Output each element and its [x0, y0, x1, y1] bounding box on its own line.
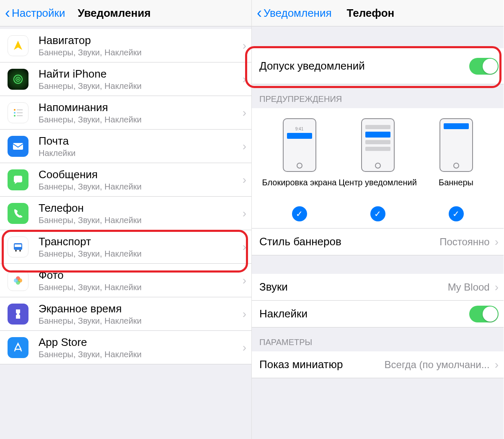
app-name: Транспорт — [39, 235, 243, 248]
app-sub: Баннеры, Звуки, Наклейки — [39, 316, 243, 326]
svg-point-12 — [15, 250, 17, 252]
app-sub: Баннеры, Звуки, Наклейки — [39, 48, 243, 57]
app-name: Найти iPhone — [39, 68, 243, 81]
app-row-phone[interactable]: Телефон Баннеры, Звуки, Наклейки › — [0, 197, 251, 230]
chevron-left-icon: ‹ — [5, 5, 10, 21]
findiphone-icon — [8, 69, 28, 90]
svg-point-17 — [14, 278, 18, 283]
svg-rect-7 — [17, 112, 23, 113]
back-button[interactable]: ‹ Уведомления — [257, 5, 332, 21]
back-button[interactable]: ‹ Настройки — [5, 5, 65, 21]
svg-point-5 — [14, 115, 16, 117]
page-title: Уведомления — [78, 7, 151, 20]
back-label: Настройки — [12, 7, 65, 20]
navbar: ‹ Уведомления Телефон — [252, 0, 504, 26]
banner-style-value: Постоянно — [439, 236, 490, 248]
allow-notifications-row[interactable]: Допуск уведомлений — [252, 48, 504, 84]
notification-center-check[interactable]: ✓ — [370, 206, 385, 221]
back-label: Уведомления — [264, 7, 332, 20]
banner-style-label: Стиль баннеров — [259, 235, 439, 248]
app-sub: Баннеры, Звуки, Наклейки — [39, 115, 243, 125]
allow-label: Допуск уведомлений — [259, 60, 469, 73]
chevron-right-icon: › — [243, 106, 246, 119]
allow-notifications-toggle[interactable] — [469, 58, 499, 75]
app-row-screentime[interactable]: Экранное время Баннеры, Звуки, Наклейки … — [0, 297, 251, 331]
chevron-right-icon: › — [243, 173, 246, 187]
chevron-right-icon: › — [243, 341, 246, 354]
app-row-transport[interactable]: Транспорт Баннеры, Звуки, Наклейки › — [0, 230, 251, 264]
alerts-header: ПРЕДУПРЕЖДЕНИЯ — [252, 84, 504, 108]
app-name: Навигатор — [39, 34, 243, 47]
chevron-left-icon: ‹ — [257, 5, 262, 21]
phone-icon — [8, 203, 28, 224]
chevron-right-icon: › — [243, 39, 246, 52]
app-row-messages[interactable]: Сообщения Баннеры, Звуки, Наклейки › — [0, 163, 251, 197]
app-name: Сообщения — [39, 168, 243, 181]
app-list[interactable]: Навигатор Баннеры, Звуки, Наклейки › Най… — [0, 26, 251, 439]
svg-rect-9 — [13, 143, 23, 150]
reminders-icon — [8, 102, 28, 123]
app-row-reminders[interactable]: Напоминания Баннеры, Звуки, Наклейки › — [0, 96, 251, 130]
app-sub: Баннеры, Звуки, Наклейки — [39, 249, 243, 259]
lock-screen-check[interactable]: ✓ — [292, 206, 307, 221]
svg-point-13 — [19, 250, 21, 252]
chevron-right-icon: › — [495, 281, 499, 294]
banner-style-row[interactable]: Стиль баннеров Постоянно › — [252, 229, 504, 255]
app-name: Фото — [39, 269, 243, 282]
svg-point-3 — [14, 109, 16, 111]
app-sub: Баннеры, Звуки, Наклейки — [39, 216, 243, 225]
svg-rect-11 — [15, 244, 21, 247]
notifications-list-screen: ‹ Настройки Уведомления Навигатор Баннер… — [0, 0, 252, 439]
stickers-toggle[interactable] — [469, 306, 499, 322]
chevron-right-icon: › — [243, 240, 246, 254]
alert-banners[interactable]: Баннеры — [417, 118, 495, 200]
svg-point-2 — [17, 78, 19, 80]
page-title: Телефон — [347, 7, 395, 20]
miniatures-label: Показ миниатюр — [259, 358, 343, 371]
notification-center-icon — [361, 118, 395, 172]
svg-rect-6 — [17, 109, 23, 110]
messages-icon — [8, 169, 28, 190]
sounds-label: Звуки — [259, 281, 448, 294]
miniatures-row[interactable]: Показ миниатюр Всегда (по умолчани... › — [252, 351, 504, 378]
stickers-row[interactable]: Наклейки — [252, 301, 504, 327]
app-name: Экранное время — [39, 302, 243, 315]
app-sub: Баннеры, Звуки, Наклейки — [39, 81, 243, 91]
settings-content[interactable]: Допуск уведомлений ПРЕДУПРЕЖДЕНИЯ 9:41 Б… — [252, 26, 504, 439]
app-row-mail[interactable]: Почта Наклейки › — [0, 130, 251, 163]
app-row-appstore[interactable]: App Store Баннеры, Звуки, Наклейки › — [0, 331, 251, 364]
chevron-right-icon: › — [495, 358, 499, 371]
stickers-label: Наклейки — [259, 307, 469, 320]
photos-icon — [8, 270, 28, 291]
navbar: ‹ Настройки Уведомления — [0, 0, 251, 26]
params-header: ПАРАМЕТРЫ — [252, 327, 504, 351]
sounds-row[interactable]: Звуки My Blood › — [252, 274, 504, 301]
navigator-icon — [8, 35, 28, 56]
chevron-right-icon: › — [243, 274, 246, 287]
alert-lock-screen[interactable]: 9:41 Блокировка экрана — [260, 118, 339, 200]
app-name: Почта — [39, 135, 243, 148]
app-sub: Баннеры, Звуки, Наклейки — [39, 182, 243, 192]
app-row-navigator[interactable]: Навигатор Баннеры, Звуки, Наклейки › — [0, 29, 251, 62]
chevron-right-icon: › — [243, 73, 246, 86]
mail-icon — [8, 136, 28, 157]
sounds-value: My Blood — [448, 281, 490, 293]
app-name: App Store — [39, 336, 243, 349]
app-sub: Наклейки — [39, 148, 243, 158]
svg-rect-8 — [17, 115, 23, 116]
app-sub: Баннеры, Звуки, Наклейки — [39, 350, 243, 359]
alert-notification-center[interactable]: Центр уведомлений — [339, 118, 417, 200]
transport-icon — [8, 236, 28, 257]
chevron-right-icon: › — [243, 140, 246, 153]
svg-point-4 — [14, 112, 16, 114]
app-name: Напоминания — [39, 101, 243, 114]
lock-screen-icon: 9:41 — [283, 118, 316, 172]
banners-icon — [439, 118, 473, 172]
chevron-right-icon: › — [243, 207, 246, 220]
screentime-icon — [8, 304, 28, 325]
banners-check[interactable]: ✓ — [449, 206, 464, 221]
app-row-photos[interactable]: Фото Баннеры, Звуки, Наклейки › — [0, 264, 251, 297]
app-row-findiphone[interactable]: Найти iPhone Баннеры, Звуки, Наклейки › — [0, 62, 251, 96]
miniatures-value: Всегда (по умолчани... — [348, 359, 489, 371]
alert-types-group: 9:41 Блокировка экрана Центр уведомлений… — [252, 108, 504, 229]
